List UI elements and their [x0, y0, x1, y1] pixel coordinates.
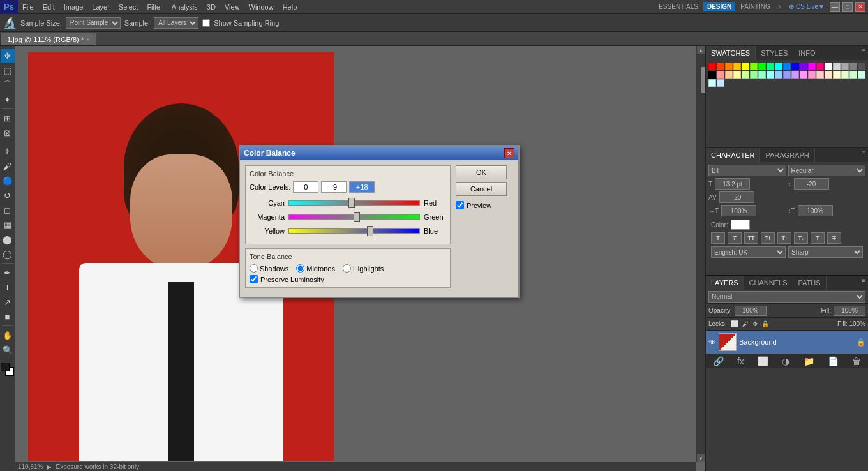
swatch-26[interactable]	[767, 71, 774, 78]
dodge-tool[interactable]: ◯	[1, 247, 15, 261]
layers-tab[interactable]: LAYERS	[706, 276, 744, 290]
tracking-input[interactable]	[719, 191, 754, 203]
highlights-radio[interactable]	[343, 264, 351, 273]
swatch-1[interactable]	[717, 63, 724, 70]
cancel-button[interactable]: Cancel	[456, 182, 507, 196]
layer-visibility-eye[interactable]: 👁	[708, 338, 716, 347]
magenta-green-thumb[interactable]	[354, 212, 360, 222]
scroll-up-button[interactable]: ▲	[697, 46, 705, 54]
scroll-thumb-v[interactable]	[701, 67, 705, 93]
zoom-tool[interactable]: 🔍	[1, 343, 15, 357]
swatch-38[interactable]	[708, 79, 716, 87]
shadows-radio-label[interactable]: Shadows	[250, 264, 288, 273]
shape-tool[interactable]: ■	[1, 310, 15, 324]
lock-transparency-icon[interactable]: ⬜	[731, 320, 738, 327]
color-level-1-input[interactable]	[293, 181, 318, 193]
history-brush-tool[interactable]: ↺	[1, 188, 15, 202]
slice-tool[interactable]: ⊠	[1, 126, 15, 140]
swatch-7[interactable]	[767, 63, 774, 70]
scale-h-input[interactable]	[721, 205, 756, 216]
ok-button[interactable]: OK	[456, 165, 507, 179]
swatch-37[interactable]	[858, 71, 865, 78]
lasso-tool[interactable]: ⌒	[1, 78, 15, 92]
menu-window[interactable]: Window	[244, 0, 278, 14]
swatch-3[interactable]	[733, 63, 741, 70]
swatch-23[interactable]	[742, 71, 749, 78]
menu-edit[interactable]: Edit	[38, 0, 59, 14]
menu-3d[interactable]: 3D	[202, 0, 220, 14]
swatch-22[interactable]	[733, 71, 741, 78]
font-style-select[interactable]: Regular	[788, 165, 866, 176]
blend-mode-select[interactable]: Normal	[708, 291, 865, 303]
stamp-tool[interactable]: 🔵	[1, 174, 15, 188]
swatch-30[interactable]	[800, 71, 807, 78]
swatch-39[interactable]	[717, 79, 724, 87]
document-tab[interactable]: 1.jpg @ 111% (RGB/8) * ×	[0, 33, 96, 45]
yellow-blue-thumb[interactable]	[367, 226, 373, 236]
swatch-12[interactable]	[808, 63, 816, 70]
eraser-tool[interactable]: ◻	[1, 203, 15, 217]
highlights-radio-label[interactable]: Highlights	[343, 264, 384, 273]
font-size-input[interactable]	[715, 178, 750, 190]
new-layer-button[interactable]: 📄	[828, 356, 839, 366]
sample-size-select[interactable]: Point Sample	[66, 17, 121, 29]
foreground-background-colors[interactable]	[1, 363, 15, 378]
swatch-36[interactable]	[849, 71, 857, 78]
menu-filter[interactable]: Filter	[142, 0, 167, 14]
midtones-radio[interactable]	[296, 264, 304, 273]
swatch-4[interactable]	[742, 63, 749, 70]
swatch-20[interactable]	[717, 71, 724, 78]
swatch-17[interactable]	[849, 63, 857, 70]
layer-styles-button[interactable]: fx	[737, 356, 744, 366]
swatch-2[interactable]	[725, 63, 733, 70]
scroll-down-button[interactable]: ▼	[697, 454, 705, 462]
smallcaps-button[interactable]: Tt	[761, 232, 775, 244]
swatch-16[interactable]	[841, 63, 849, 70]
menu-analysis[interactable]: Analysis	[167, 0, 202, 14]
menu-layer[interactable]: Layer	[87, 0, 114, 14]
link-layers-button[interactable]: 🔗	[713, 356, 724, 366]
panel-collapse-char[interactable]: ≡	[859, 148, 868, 162]
swatch-29[interactable]	[791, 71, 799, 78]
text-color-box[interactable]	[731, 220, 750, 230]
swatch-6[interactable]	[758, 63, 766, 70]
gradient-tool[interactable]: ▦	[1, 218, 15, 232]
marquee-tool[interactable]: ⬚	[1, 63, 15, 77]
layer-mask-button[interactable]: ⬜	[758, 356, 768, 366]
info-tab[interactable]: INFO	[793, 46, 821, 60]
pen-tool[interactable]: ✒	[1, 265, 15, 280]
paragraph-tab[interactable]: PARAGRAPH	[760, 148, 814, 162]
uppercase-button[interactable]: TT	[744, 232, 758, 244]
path-select-tool[interactable]: ↗	[1, 295, 15, 309]
panel-collapse-layers[interactable]: ≡	[859, 276, 868, 290]
swatch-18[interactable]	[858, 63, 865, 70]
swatch-32[interactable]	[816, 71, 824, 78]
channels-tab[interactable]: CHANNELS	[744, 276, 793, 290]
swatch-21[interactable]	[725, 71, 733, 78]
color-level-3-input[interactable]	[349, 181, 375, 193]
vertical-scrollbar[interactable]: ▲ ▼	[696, 46, 705, 462]
swatch-8[interactable]	[775, 63, 782, 70]
swatch-28[interactable]	[783, 71, 791, 78]
tab-close-button[interactable]: ×	[86, 36, 89, 43]
foreground-color-box[interactable]	[1, 363, 10, 371]
swatch-31[interactable]	[808, 71, 816, 78]
swatch-11[interactable]	[800, 63, 807, 70]
cyan-red-thumb[interactable]	[348, 198, 355, 208]
styles-tab[interactable]: STYLES	[756, 46, 793, 60]
lock-all-icon[interactable]: 🔒	[761, 320, 769, 327]
midtones-radio-label[interactable]: Midtones	[296, 264, 335, 273]
hand-tool[interactable]: ✋	[1, 328, 15, 342]
move-tool[interactable]: ✥	[1, 49, 15, 63]
paths-tab[interactable]: PATHS	[793, 276, 827, 290]
new-group-button[interactable]: 📁	[804, 356, 814, 366]
fill-input[interactable]	[834, 306, 865, 316]
strikethrough-button[interactable]: T	[827, 232, 841, 244]
magic-wand-tool[interactable]: ✦	[1, 93, 15, 107]
swatch-34[interactable]	[833, 71, 841, 78]
swatch-19[interactable]	[708, 71, 716, 78]
character-tab[interactable]: CHARACTER	[706, 148, 760, 162]
menu-file[interactable]: File	[18, 0, 38, 14]
swatch-14[interactable]	[825, 63, 832, 70]
panel-collapse-top[interactable]: ≡	[859, 46, 868, 60]
